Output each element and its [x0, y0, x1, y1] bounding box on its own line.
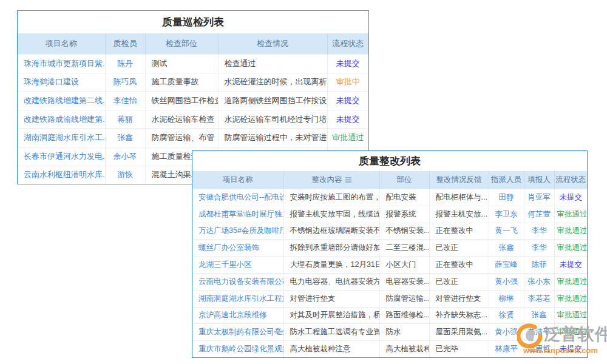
project-name-link[interactable]: 珠海市城市更新项目紫... [18, 55, 105, 73]
cell-text: 道路两侧铁丝网围挡工作按设计... [218, 92, 327, 110]
project-name-link[interactable]: 龙湖三千里小区 [192, 257, 283, 274]
status-badge[interactable]: 审批通过 [554, 240, 587, 257]
cell-text: 防腐管运输过程中，未对管进行... [218, 129, 327, 147]
table-row: 珠海鹤港口建设陈巧凤施工质量事故水泥砼灌注的时候，出现离析现象审批中 [18, 73, 368, 92]
project-name-link[interactable]: 珠海鹤港口建设 [18, 73, 105, 92]
person-link[interactable]: 张小东 [524, 273, 554, 290]
person-link[interactable]: 黄小强 [489, 273, 524, 290]
table-row: 云南电力设备安装有限公司20...电力电容器、电抗器安装方案,...电容器安装.… [192, 273, 587, 290]
cell-text: 不锈钢边框玻璃隔断安装不牢... [283, 223, 379, 240]
person-link[interactable]: 黄一飞 [489, 223, 524, 240]
table-row: 万达广场35#会所及咖啡厅空...不锈钢边框玻璃隔断安装不牢...不锈钢安装..… [192, 223, 587, 240]
table-row: 安徽合肥供电公司--配电设备...安装时应按施工图的布置，将...配电安装配电柜… [192, 189, 587, 206]
table-row: 珠海市城市更新项目紫...陈丹测试检查通过未提交 [18, 55, 368, 73]
column-header-label: 质检员 [114, 39, 137, 48]
cell-text: 检查通过 [218, 55, 327, 73]
person-link[interactable]: 张鑫 [105, 129, 145, 147]
person-link[interactable]: 陈丹 [105, 55, 145, 73]
cell-text: 二至三楼混... [379, 240, 429, 257]
person-link[interactable]: 李若若 [524, 290, 554, 307]
project-name-link[interactable]: 螺丝厂办公室装饰 [192, 240, 283, 257]
cell-text: 报警主机安放... [429, 206, 489, 223]
cell-text: 对其及时开展整治措施，桥头... [283, 307, 379, 324]
column-header-label: 流程状态 [332, 39, 364, 48]
cell-text: 水泥砼运输车检查 [145, 110, 218, 129]
person-link[interactable]: 李佳怡 [105, 92, 145, 110]
table-row: 龙湖三千里小区大理石质量更换，12月31日之...小区大门正在整改中薛宝峰陈菲未… [192, 257, 587, 274]
project-name-link[interactable]: 万达广场35#会所及咖啡厅空... [192, 223, 283, 240]
inspection-table-title: 质量巡检列表 [18, 11, 368, 33]
watermark-brand-text: 泛普软件 [544, 323, 607, 345]
project-name-link[interactable]: 改建铁路成渝线增建第... [18, 110, 105, 129]
person-link[interactable]: 柳琳 [489, 290, 524, 307]
cell-text: 施工质量事故 [145, 73, 218, 92]
person-link[interactable]: 张鑫 [489, 240, 524, 257]
status-badge[interactable]: 审批通过 [554, 307, 587, 324]
person-link[interactable]: 余小琴 [105, 147, 145, 166]
status-badge[interactable]: 未提交 [327, 110, 368, 129]
cell-text: 防水工程施工选调有专业资质... [283, 324, 379, 341]
cell-text: 小区大门 [379, 257, 429, 274]
person-link[interactable]: 徐贤 [489, 307, 524, 324]
column-header: 填报人 [524, 171, 554, 189]
column-header-label: 项目名称 [46, 39, 77, 48]
column-header: 项目名称 [18, 33, 105, 55]
column-header: 指派人员 [489, 171, 524, 189]
project-name-link[interactable]: 长春市伊通河水力发电... [18, 147, 105, 166]
person-link[interactable]: 李华 [524, 240, 554, 257]
project-name-link[interactable]: 重庆太极制药有限公司亳州中... [192, 324, 283, 341]
column-header: 整改内容 [283, 171, 379, 189]
person-link[interactable]: 肖亚军 [524, 189, 554, 206]
sort-icon[interactable] [345, 177, 351, 183]
column-header: 检查情况 [218, 33, 327, 55]
project-name-link[interactable]: 云南电力设备安装有限公司20... [192, 273, 283, 290]
column-header: 部位 [379, 171, 429, 189]
table-row: 湖南洞庭湖水库引水工...张鑫防腐管运输、布管防腐管运输过程中，未对管进行...… [18, 129, 368, 147]
project-name-link[interactable]: 改建铁路线增建第二线... [18, 92, 105, 110]
project-name-link[interactable]: 湖南洞庭湖水库引水工... [18, 129, 105, 147]
status-badge[interactable]: 审批通过 [327, 129, 368, 147]
cell-text: 安装时应按施工图的布置，将... [283, 189, 379, 206]
column-header: 流程状态 [327, 33, 368, 55]
status-badge[interactable]: 未提交 [554, 189, 587, 206]
column-header-label: 项目名称 [223, 175, 253, 184]
project-name-link[interactable]: 重庆市鹅岭公园绿化景观提升... [192, 341, 283, 357]
status-badge[interactable]: 未提交 [327, 92, 368, 110]
person-link[interactable]: 李卫东 [489, 206, 524, 223]
person-link[interactable]: 张鑫 [524, 307, 554, 324]
person-link[interactable]: 李华 [524, 223, 554, 240]
column-header: 流程状态 [554, 171, 587, 189]
project-name-link[interactable]: 云南水利枢纽潜明水库... [18, 166, 105, 184]
person-link[interactable]: 陈菲 [524, 257, 554, 274]
status-badge[interactable]: 审批通过 [554, 206, 587, 223]
cell-text: 已改正 [429, 273, 489, 290]
cell-text: 已改正 [429, 240, 489, 257]
status-badge[interactable]: 审批通过 [554, 273, 587, 290]
status-badge[interactable]: 审批通过 [554, 290, 587, 307]
fanpu-watermark: 泛普软件 www.fanpusoft.com [517, 322, 607, 357]
status-badge[interactable]: 审批通过 [554, 223, 587, 240]
inspection-table-header-row: 项目名称质检员检查部位检查情况流程状态 [18, 33, 368, 55]
project-name-link[interactable]: 安徽合肥供电公司--配电设备... [192, 189, 283, 206]
cell-text: 防腐管运输... [379, 290, 429, 307]
column-header: 质检员 [105, 33, 145, 55]
cell-text: 电力电容器、电抗器安装方案,... [283, 273, 379, 290]
cell-text: 水泥砼灌注的时候，出现离析现象 [218, 73, 327, 92]
person-link[interactable]: 蒋丽 [105, 110, 145, 129]
cell-text: 配电柜柜体与... [429, 189, 489, 206]
person-link[interactable]: 游恢 [105, 166, 145, 184]
person-link[interactable]: 田静 [489, 189, 524, 206]
person-link[interactable]: 陈巧凤 [105, 73, 145, 92]
person-link[interactable]: 薛宝峰 [489, 257, 524, 274]
cell-text: 防水 [379, 324, 429, 341]
status-badge[interactable]: 未提交 [554, 257, 587, 274]
project-name-link[interactable]: 湖南洞庭湖水库引水工程施工标 [192, 290, 283, 307]
project-name-link[interactable]: 成都杜甫草堂临时展厅独立展... [192, 206, 283, 223]
column-header: 项目名称 [192, 171, 283, 189]
status-badge[interactable]: 未提交 [327, 55, 368, 73]
person-link[interactable]: 何芷萱 [524, 206, 554, 223]
column-header-label: 检查情况 [257, 39, 288, 48]
project-name-link[interactable]: 京沪高速北京段维修 [192, 307, 283, 324]
rectify-table-title: 质量整改列表 [192, 151, 587, 171]
status-badge[interactable]: 审批中 [327, 73, 368, 92]
